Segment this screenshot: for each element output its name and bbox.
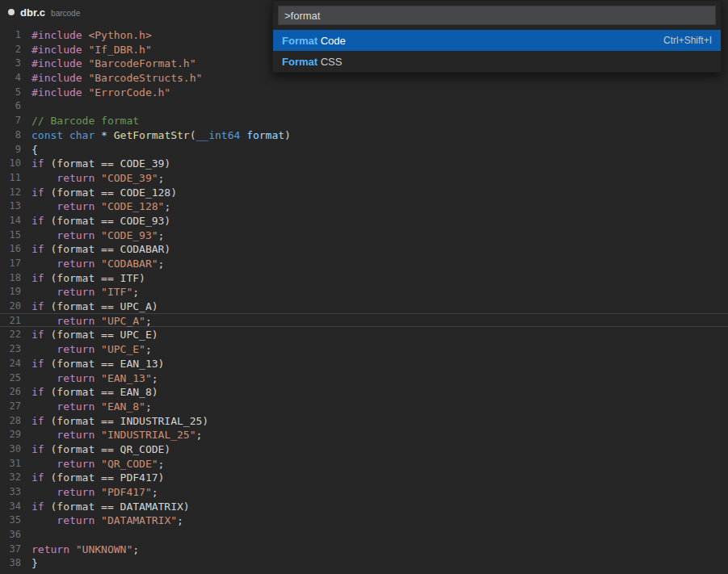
code-token: [32, 400, 57, 413]
code-text: return "UPC_A";: [32, 314, 152, 327]
code-token: ;: [164, 200, 170, 212]
code-text: return "INDUSTRIAL_25";: [32, 428, 202, 441]
code-token: "BarcodeStructs.h": [88, 72, 202, 84]
modified-indicator-icon: [8, 9, 15, 15]
code-token: "INDUSTRIAL_25": [101, 429, 196, 441]
code-token: [95, 372, 101, 384]
line-number: 11: [0, 171, 21, 184]
code-token: if: [32, 215, 44, 227]
code-text: if (format == DATAMATRIX): [32, 500, 190, 513]
code-line[interactable]: 31 return "QR_CODE";: [0, 456, 728, 471]
code-line[interactable]: 23 return "UPC_E";: [0, 341, 728, 356]
code-line[interactable]: 20if (format == UPC_A): [0, 299, 728, 313]
code-line[interactable]: 34if (format == DATAMATRIX): [0, 499, 728, 513]
code-line[interactable]: 22if (format == UPC_E): [0, 327, 728, 341]
code-token: GetFormatStr: [114, 129, 190, 141]
code-line[interactable]: 14if (format == CODE_93): [0, 213, 728, 228]
code-line[interactable]: 17 return "CODABAR";: [0, 256, 728, 270]
line-number: 34: [0, 500, 21, 513]
code-token: "CODE_128": [101, 200, 164, 212]
code-token: [32, 229, 57, 241]
line-number: 9: [0, 143, 21, 156]
code-line-current[interactable]: 21 return "UPC_A";: [0, 313, 728, 328]
code-line[interactable]: 25 return "EAN_13";: [0, 371, 728, 385]
code-line[interactable]: 11 return "CODE_39";: [0, 170, 728, 185]
code-line[interactable]: 12if (format == CODE_128): [0, 185, 728, 199]
code-line[interactable]: 35 return "DATAMATRIX";: [0, 513, 728, 527]
code-line[interactable]: 27 return "EAN_8";: [0, 399, 728, 413]
code-token: return: [57, 372, 95, 384]
code-token: format: [246, 129, 284, 141]
line-number: 15: [0, 228, 21, 241]
code-token: [32, 286, 57, 298]
line-number: 20: [0, 300, 21, 312]
code-text: if (format == QR_CODE): [32, 442, 170, 455]
code-area[interactable]: 1#include <Python.h>2#include "If_DBR.h"…: [0, 24, 728, 574]
line-number: 8: [0, 128, 21, 141]
code-token: ;: [196, 429, 203, 441]
code-token: ;: [177, 514, 183, 526]
command-palette-item[interactable]: Format CSS: [273, 51, 721, 72]
line-number: 10: [0, 157, 21, 170]
code-text: return "CODE_93";: [32, 228, 164, 241]
code-line[interactable]: 10if (format == CODE_39): [0, 156, 728, 170]
code-text: return "DATAMATRIX";: [32, 513, 183, 526]
command-label-rest: Code: [318, 35, 346, 47]
code-text: return "QR_CODE";: [32, 457, 164, 470]
code-line[interactable]: 13 return "CODE_128";: [0, 199, 728, 213]
code-line[interactable]: 5#include "ErrorCode.h": [0, 85, 728, 99]
code-token: [95, 200, 101, 212]
code-token: (format == EAN_8): [44, 386, 158, 398]
code-line[interactable]: 37return "UNKNOWN";: [0, 542, 728, 556]
code-line[interactable]: 26if (format == EAN_8): [0, 384, 728, 399]
code-token: ;: [158, 258, 165, 270]
line-number: 14: [0, 214, 21, 227]
code-line[interactable]: 28if (format == INDUSTRIAL_25): [0, 413, 728, 428]
code-token: if: [32, 415, 44, 427]
line-number: 7: [0, 114, 21, 127]
line-number: 13: [0, 199, 21, 212]
code-token: (format == CODE_93): [44, 215, 171, 227]
code-line[interactable]: 36: [0, 527, 728, 542]
code-token: "CODE_39": [101, 172, 158, 184]
code-token: "PDF417": [101, 486, 152, 498]
code-token: ;: [145, 315, 152, 327]
code-token: [95, 286, 101, 298]
command-palette-item[interactable]: Format CodeCtrl+Shift+I: [273, 30, 721, 51]
code-line[interactable]: 16if (format == CODABAR): [0, 241, 728, 256]
code-token: if: [32, 272, 44, 284]
code-token: "EAN_13": [101, 372, 152, 384]
code-line[interactable]: 30if (format == QR_CODE): [0, 442, 728, 456]
command-palette-list: Format CodeCtrl+Shift+IFormat CSS: [273, 30, 721, 72]
command-palette-input[interactable]: [278, 6, 716, 25]
code-token: return: [57, 458, 95, 470]
code-token: "If_DBR.h": [88, 44, 151, 56]
code-line[interactable]: 38}: [0, 555, 728, 570]
code-token: [32, 429, 57, 441]
code-text: if (format == PDF417): [32, 471, 164, 484]
code-line[interactable]: 32if (format == PDF417): [0, 470, 728, 484]
code-token: [32, 200, 57, 212]
code-line[interactable]: 19 return "ITF";: [0, 284, 728, 299]
code-text: return "PDF417";: [32, 485, 158, 498]
code-line[interactable]: 33 return "PDF417";: [0, 484, 728, 499]
code-token: *: [95, 129, 113, 141]
code-token: ;: [133, 286, 139, 298]
code-token: return: [32, 543, 69, 555]
code-token: return: [57, 315, 95, 327]
code-token: [95, 429, 101, 441]
code-token: return: [57, 286, 95, 298]
code-line[interactable]: 18if (format == ITF): [0, 270, 728, 285]
code-line[interactable]: 7// Barcode format: [0, 113, 728, 128]
code-text: if (format == UPC_E): [32, 328, 158, 341]
code-line[interactable]: 15 return "CODE_93";: [0, 228, 728, 242]
code-token: [32, 486, 57, 498]
line-number: 35: [0, 513, 21, 526]
code-line[interactable]: 6: [0, 98, 728, 113]
code-line[interactable]: 24if (format == EAN_13): [0, 356, 728, 371]
code-token: return: [57, 172, 95, 184]
code-token: ): [284, 129, 291, 141]
code-line[interactable]: 29 return "INDUSTRIAL_25";: [0, 427, 728, 442]
code-line[interactable]: 8const char * GetFormatStr(__int64 forma…: [0, 128, 728, 142]
code-line[interactable]: 9{: [0, 142, 728, 157]
